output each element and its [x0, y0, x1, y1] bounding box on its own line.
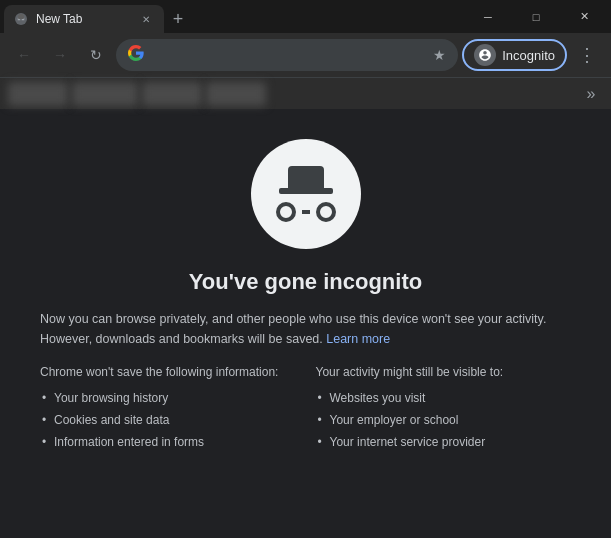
learn-more-link[interactable]: Learn more — [326, 332, 390, 346]
incognito-label: Incognito — [502, 48, 555, 63]
tab-title: New Tab — [36, 12, 130, 26]
bookmark-item-1[interactable] — [8, 82, 68, 106]
hat-icon — [279, 166, 333, 194]
incognito-avatar-icon — [474, 44, 496, 66]
google-icon — [128, 45, 144, 65]
info-col-right: Your activity might still be visible to:… — [316, 365, 572, 453]
bookmark-item-2[interactable] — [72, 82, 138, 106]
svg-rect-4 — [19, 14, 23, 17]
main-content: You've gone incognito Now you can browse… — [0, 109, 611, 538]
close-button[interactable]: ✕ — [561, 0, 607, 33]
hat-top — [288, 166, 324, 188]
minimize-button[interactable]: ─ — [465, 0, 511, 33]
col2-item-2: Your employer or school — [316, 409, 572, 431]
incognito-description: Now you can browse privately, and other … — [40, 309, 571, 349]
bookmarks-more-button[interactable]: » — [579, 82, 603, 106]
reload-button[interactable]: ↻ — [80, 39, 112, 71]
navigation-bar: ← → ↻ ★ Incognito ⋮ — [0, 33, 611, 77]
glasses-icon — [276, 202, 336, 222]
glass-bridge — [302, 210, 310, 214]
right-lens — [316, 202, 336, 222]
col1-title: Chrome won't save the following informat… — [40, 365, 296, 379]
left-lens — [276, 202, 296, 222]
tab-close-button[interactable]: ✕ — [138, 11, 154, 27]
maximize-button[interactable]: □ — [513, 0, 559, 33]
chrome-menu-button[interactable]: ⋮ — [571, 39, 603, 71]
incognito-button[interactable]: Incognito — [462, 39, 567, 71]
col2-item-3: Your internet service provider — [316, 431, 572, 453]
forward-button[interactable]: → — [44, 39, 76, 71]
bookmarks-bar: » — [0, 77, 611, 109]
col1-item-2: Cookies and site data — [40, 409, 296, 431]
window-controls: ─ □ ✕ — [465, 0, 607, 33]
incognito-avatar — [251, 139, 361, 249]
incognito-headline: You've gone incognito — [189, 269, 422, 295]
info-col-left: Chrome won't save the following informat… — [40, 365, 296, 453]
hat-brim — [279, 188, 333, 194]
bookmark-item-3[interactable] — [142, 82, 202, 106]
col2-title: Your activity might still be visible to: — [316, 365, 572, 379]
col2-list: Websites you visit Your employer or scho… — [316, 387, 572, 453]
active-tab[interactable]: New Tab ✕ — [4, 5, 164, 33]
bookmark-star-icon[interactable]: ★ — [433, 47, 446, 63]
col1-item-3: Information entered in forms — [40, 431, 296, 453]
tab-favicon — [14, 12, 28, 26]
col2-item-1: Websites you visit — [316, 387, 572, 409]
bookmark-item-4[interactable] — [206, 82, 266, 106]
tab-strip: New Tab ✕ + — [4, 0, 465, 33]
omnibox-input[interactable] — [152, 48, 425, 63]
omnibox[interactable]: ★ — [116, 39, 458, 71]
col1-item-1: Your browsing history — [40, 387, 296, 409]
col1-list: Your browsing history Cookies and site d… — [40, 387, 296, 453]
back-button[interactable]: ← — [8, 39, 40, 71]
info-columns: Chrome won't save the following informat… — [40, 365, 571, 453]
new-tab-button[interactable]: + — [164, 5, 192, 33]
title-bar: New Tab ✕ + ─ □ ✕ — [0, 0, 611, 33]
